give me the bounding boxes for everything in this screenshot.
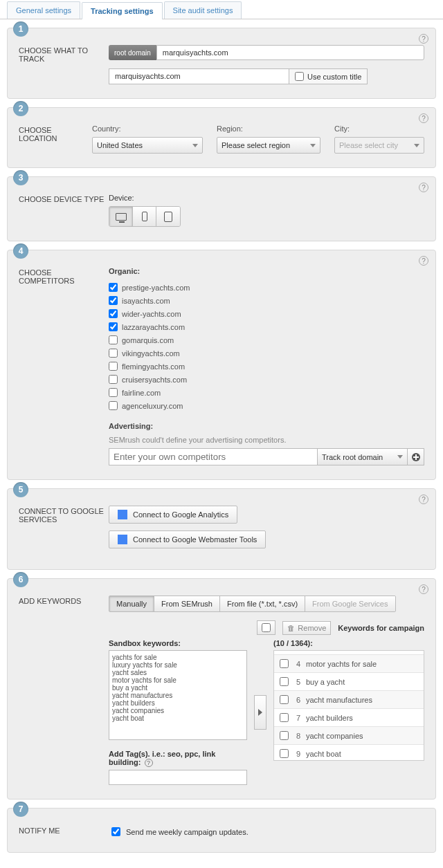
city-select[interactable]: Please select city [334,137,424,154]
tab-general[interactable]: General settings [7,1,80,19]
section-title: CHOOSE DEVICE TYPE [19,194,109,227]
competitor-row[interactable]: isayachts.com [109,294,424,307]
help-icon[interactable]: ? [419,34,428,44]
help-icon[interactable]: ? [419,256,428,266]
kw-row[interactable]: 5buy a yacht [274,673,424,691]
competitor-checkbox[interactable] [109,283,118,292]
competitor-row[interactable]: cruisersyachts.com [109,373,424,386]
competitor-row[interactable]: wider-yachts.com [109,307,424,320]
kw-row-num: 4 [289,660,306,668]
notify-checkbox[interactable] [111,827,120,836]
device-mobile[interactable] [133,207,156,226]
kw-table[interactable]: 4motor yachts for sale5buy a yacht6yacht… [273,650,424,761]
remove-kw-button[interactable]: 🗑 Remove [282,621,331,635]
kw-row[interactable]: 9yacht boat [274,745,424,761]
competitor-checkbox[interactable] [109,401,118,410]
add-keywords-button[interactable] [254,695,266,730]
competitor-row[interactable]: flemingyachts.com [109,360,424,373]
tags-label: Add Tag(s). i.e.: seo, ppc, link buildin… [109,750,247,767]
arrow-right-icon [258,709,262,716]
trash-icon: 🗑 [287,624,295,632]
device-desktop[interactable] [109,207,133,226]
google-icon [118,535,127,544]
competitor-checkbox[interactable] [109,388,118,397]
kw-row-checkbox[interactable] [280,731,289,740]
kw-tab-file[interactable]: From file (*.txt, *.csv) [220,596,305,611]
competitor-row[interactable]: lazzarayachts.com [109,320,424,333]
kw-row-checkbox[interactable] [280,677,289,686]
tab-audit[interactable]: Site audit settings [164,1,242,19]
kw-tab-manual[interactable]: Manually [109,596,154,611]
competitor-checkbox[interactable] [109,362,118,371]
kw-tab-semrush[interactable]: From SEMrush [154,596,220,611]
competitor-input[interactable] [109,448,318,465]
section-notify: 7 NOTIFY ME Send me weekly campaign upda… [7,808,436,853]
kw-row[interactable]: 6yacht manufactures [274,691,424,709]
competitor-row[interactable]: prestige-yachts.com [109,281,424,294]
tablet-icon [164,212,172,222]
kw-row-checkbox[interactable] [280,749,289,758]
tab-tracking[interactable]: Tracking settings [82,2,162,19]
kw-row-text: yacht manufactures [306,696,421,704]
sandbox-textarea[interactable] [109,650,247,740]
kw-tab-google: From Google Services [305,596,395,611]
tags-input[interactable] [109,770,247,785]
select-all-kw-checkbox[interactable] [262,623,271,632]
section-title: CHOOSE COMPETITORS [19,267,109,465]
kw-row-num: 7 [289,714,306,722]
competitor-checkbox[interactable] [109,309,118,318]
kw-row-checkbox[interactable] [280,713,289,722]
domain-type-badge[interactable]: root domain [109,45,156,60]
organic-label: Organic: [109,267,424,275]
kw-row-num: 5 [289,678,306,686]
help-icon[interactable]: ? [419,495,428,504]
project-title-input[interactable]: marquisyachts.com [109,68,289,84]
competitor-checkbox[interactable] [109,349,118,358]
region-value: Please select region [222,141,290,149]
device-label: Device: [109,194,424,202]
use-custom-title-checkbox[interactable] [295,72,304,81]
step-7-badge: 7 [13,802,28,817]
kw-row-text: yacht builders [306,714,421,722]
section-location: 2 ? CHOOSE LOCATION Country: United Stat… [7,107,436,168]
use-custom-title[interactable]: Use custom title [289,68,368,84]
step-2-badge: 2 [13,101,28,116]
competitor-checkbox[interactable] [109,335,118,344]
competitor-checkbox[interactable] [109,322,118,331]
help-icon[interactable]: ? [419,183,428,192]
select-all-kw-button[interactable] [257,620,275,635]
kw-row-checkbox[interactable] [280,659,289,668]
add-competitor-button[interactable] [408,448,424,465]
section-track: 1 ? CHOOSE WHAT TO TRACK root domain mar… [7,28,436,99]
competitor-checkbox[interactable] [109,296,118,305]
kw-row[interactable]: 4motor yachts for sale [274,655,424,673]
domain-input[interactable]: marquisyachts.com [156,45,424,60]
step-1-badge: 1 [13,21,28,37]
connect-gwt-button[interactable]: Connect to Google Webmaster Tools [109,530,266,548]
kw-row-checkbox[interactable] [280,695,289,704]
kw-row-text: yacht companies [306,732,421,740]
notify-label[interactable]: Send me weekly campaign updates. [109,825,424,838]
region-select[interactable]: Please select region [217,137,320,154]
section-title: CONNECT TO GOOGLE SERVICES [19,506,109,555]
connect-ga-button[interactable]: Connect to Google Analytics [109,506,237,524]
section-title: CHOOSE WHAT TO TRACK [19,45,109,84]
device-tablet[interactable] [156,207,180,226]
competitor-row[interactable]: agenceluxury.com [109,399,424,412]
chevron-down-icon [397,455,403,459]
country-value: United States [97,141,143,149]
help-icon[interactable]: ? [419,584,428,594]
help-icon[interactable]: ? [145,759,153,767]
sandbox-label: Sandbox keywords: [109,639,247,647]
kw-row[interactable]: 7yacht builders [274,709,424,727]
competitor-row[interactable]: gomarquis.com [109,333,424,347]
competitor-row[interactable]: vikingyachts.com [109,347,424,360]
competitor-checkbox[interactable] [109,375,118,384]
notify-text: Send me weekly campaign updates. [126,828,248,836]
competitor-track-select[interactable]: Track root domain [318,448,408,465]
help-icon[interactable]: ? [419,113,428,123]
kw-row[interactable]: 8yacht companies [274,727,424,745]
competitor-row[interactable]: fairline.com [109,386,424,399]
country-select[interactable]: United States [92,137,203,154]
kw-row-num: 6 [289,696,306,704]
